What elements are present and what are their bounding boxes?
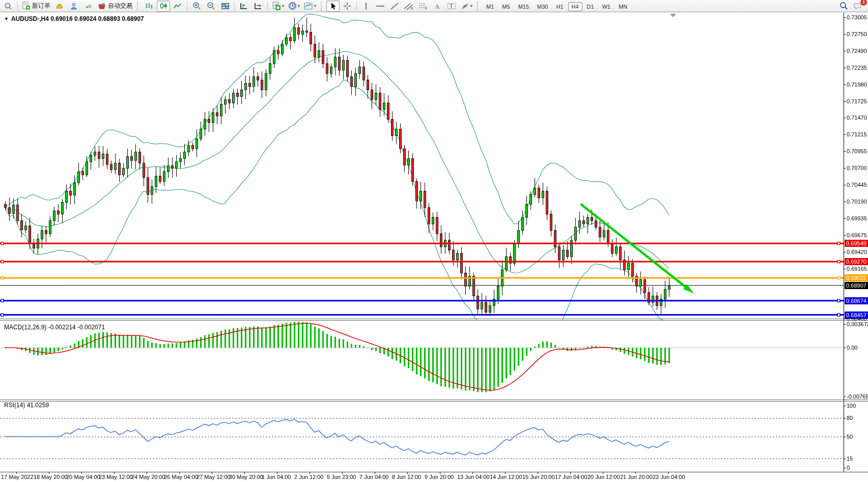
candlestick-icon [159, 2, 167, 10]
zoom-in-button[interactable] [190, 1, 203, 12]
bar-chart-button[interactable] [143, 1, 156, 12]
toolbar-right: 1 [836, 1, 865, 12]
periods-icon [288, 2, 297, 10]
price-tick: 0.71725 [847, 98, 867, 104]
main-toolbar: 新订单 自动交易 ▾ ▾ [0, 0, 868, 12]
channel-button[interactable]: E [402, 1, 415, 12]
periods-button[interactable]: ▾ [287, 1, 301, 12]
search-button[interactable] [837, 1, 850, 12]
price-badge: 0.69022 [845, 274, 868, 281]
zoom-out-button[interactable] [204, 1, 217, 12]
signals-button[interactable] [81, 1, 95, 12]
text-icon: A [434, 2, 441, 10]
chart-shift-button[interactable] [251, 1, 265, 12]
timeframe-w1[interactable]: W1 [599, 2, 614, 11]
horizontal-line-icon [376, 2, 385, 10]
text-button[interactable]: A [431, 1, 444, 12]
date-label: 24 May 20:00 [131, 474, 165, 480]
price-tick: 0.72750 [847, 31, 867, 37]
autotrading-button[interactable]: 自动交易 [96, 1, 134, 12]
macd-indicator-label: MACD(12,26,9) -0.002214 -0.002071 [4, 324, 105, 331]
fibonacci-button[interactable]: F [416, 1, 430, 12]
chevron-down-icon: ▾ [298, 4, 300, 8]
zoom-in-icon [192, 2, 201, 10]
profile-icon [70, 2, 78, 10]
chevron-down-icon[interactable]: ▼ [4, 16, 9, 21]
gold-button[interactable] [53, 1, 66, 12]
arrows-icon [461, 2, 469, 10]
price-tick: 0.71215 [847, 131, 867, 137]
vertical-line-button[interactable] [359, 1, 373, 12]
date-label: 7 Jun 04:00 [359, 474, 389, 480]
svg-text:T: T [450, 4, 453, 9]
indicators-icon [272, 2, 281, 10]
tile-windows-button[interactable] [218, 1, 232, 12]
timeframe-m5[interactable]: M5 [498, 2, 513, 11]
crosshair-button[interactable] [341, 1, 354, 12]
rsi-indicator-label: RSI(14) 41.0259 [4, 402, 49, 409]
candlestick-button[interactable] [157, 1, 170, 12]
date-label: 18 May 20:00 [34, 474, 68, 480]
cursor-button[interactable] [326, 1, 340, 12]
timeframe-m30[interactable]: M30 [534, 2, 551, 11]
price-badge: 0.68907 [845, 282, 868, 289]
chart-title: ▼AUDUSD-,H4 0.69016 0.69024 0.68893 0.68… [4, 15, 144, 22]
rsi-axis-tick: 80 [847, 415, 853, 421]
price-badge: 0.68674 [845, 297, 868, 304]
chart-title-text: AUDUSD-,H4 0.69016 0.69024 0.68893 0.689… [11, 15, 144, 22]
price-tick: 0.70955 [847, 148, 867, 154]
price-tick: 0.70700 [847, 165, 867, 171]
line-chart-button[interactable] [171, 1, 184, 12]
crosshair-icon [343, 2, 351, 10]
horizontal-line-button[interactable] [374, 1, 387, 12]
chart-area: ▼AUDUSD-,H4 0.69016 0.69024 0.68893 0.68… [0, 12, 868, 482]
price-tick: 0.69675 [847, 232, 867, 238]
date-label: 5 Jun 23:00 [327, 474, 356, 480]
divider [187, 2, 187, 11]
divider [17, 2, 18, 11]
date-label: 30 May 20:00 [229, 474, 263, 480]
timeframe-h1[interactable]: H1 [552, 2, 567, 11]
date-label: 17 Jun 04:00 [555, 474, 587, 480]
date-label: 8 Jun 12:00 [392, 474, 422, 480]
timeframe-m15[interactable]: M15 [515, 2, 533, 11]
toolbar-grip [321, 2, 323, 11]
templates-button[interactable]: ▾ [302, 1, 318, 12]
price-tick: 0.69165 [847, 266, 867, 272]
price-badge: 0.69549 [845, 240, 868, 247]
new-order-button[interactable]: 新订单 [20, 1, 52, 12]
date-label: 2 Jun 12:00 [294, 474, 324, 480]
arrows-button[interactable]: ▾ [459, 1, 474, 12]
rsi-axis-tick: 50 [847, 434, 853, 440]
svg-text:A: A [435, 3, 440, 10]
rsi-axis-tick: 15 [847, 456, 853, 462]
trendline-button[interactable] [388, 1, 401, 12]
autoscroll-icon [239, 2, 248, 10]
timeframe-h4[interactable]: H4 [568, 2, 582, 11]
date-label: 23 May 12:00 [99, 474, 133, 480]
chevron-down-icon: ▾ [470, 4, 472, 8]
price-badge: 0.68457 [845, 311, 868, 319]
date-label: 26 May 04:00 [164, 474, 198, 480]
autotrading-icon [97, 2, 106, 10]
cursor-icon [329, 2, 337, 10]
profile-button[interactable] [67, 1, 80, 12]
date-label: 20 Jun 12:00 [587, 474, 620, 480]
chart-canvas[interactable] [0, 12, 868, 482]
notification-button[interactable]: 1 [851, 1, 864, 12]
macd-axis-tick: 0.00 [847, 345, 857, 351]
new-order-icon [22, 2, 31, 10]
timeframe-m1[interactable]: M1 [483, 2, 497, 11]
timeframe-d1[interactable]: D1 [583, 2, 598, 11]
timeframe-mn[interactable]: MN [615, 2, 631, 11]
indicators-button[interactable]: ▾ [270, 1, 286, 12]
date-label: 21 Jun 20:00 [620, 474, 653, 480]
autoscroll-button[interactable] [237, 1, 250, 12]
date-label: 14 Jun 12:00 [490, 474, 522, 480]
toolbar-grip [477, 2, 480, 11]
text-label-button[interactable]: T [445, 1, 458, 12]
notification-badge: 1 [860, 0, 867, 6]
chart-search-icon[interactable] [2, 1, 15, 12]
divider [234, 2, 235, 11]
date-label: 23 Jun 04:00 [653, 474, 685, 480]
